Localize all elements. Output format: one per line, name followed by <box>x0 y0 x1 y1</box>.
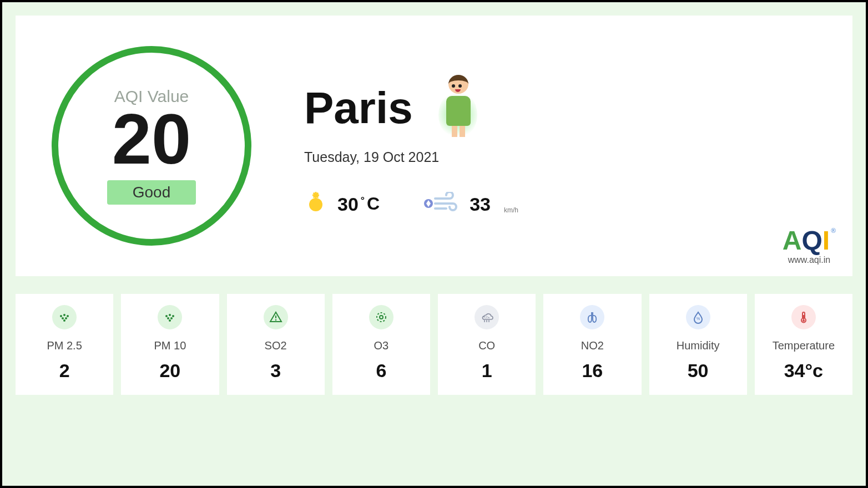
logo-letter-a: A <box>783 227 802 254</box>
svg-text:%: % <box>697 317 700 321</box>
svg-point-2 <box>63 314 65 316</box>
aqi-circle: AQI Value 20 Good <box>52 46 251 246</box>
metric-card-humidity: %Humidity50 <box>649 294 747 395</box>
logo-letter-i: I <box>822 227 830 254</box>
svg-point-11 <box>170 317 173 319</box>
metric-value: 3 <box>270 360 281 382</box>
brand-logo: A Q I ® <box>783 227 836 254</box>
date-text: Tuesday, 19 Oct 2021 <box>304 149 836 165</box>
weather-row: 30 ° C 33 km/h <box>304 192 836 217</box>
svg-point-15 <box>377 313 386 322</box>
aqi-value: 20 <box>112 100 191 179</box>
svg-point-1 <box>60 315 62 317</box>
co2-icon: CO₂ <box>475 305 499 329</box>
lungs-icon <box>580 305 604 329</box>
metric-card-o3: O36 <box>332 294 430 395</box>
temp-degree: ° <box>361 195 365 206</box>
svg-point-22 <box>803 319 805 322</box>
svg-point-5 <box>65 317 67 319</box>
metric-value: 34°c <box>784 360 823 382</box>
metric-value: 1 <box>482 360 492 382</box>
metric-label: PM 2.5 <box>47 339 82 352</box>
svg-point-6 <box>63 319 65 322</box>
svg-point-9 <box>172 315 174 317</box>
info-block: Paris Tuesday, 19 Oct 2021 <box>287 75 836 217</box>
svg-point-3 <box>67 315 69 317</box>
city-name: Paris <box>304 83 413 134</box>
mascot-icon <box>433 75 483 141</box>
metric-card-so2: SO23 <box>227 294 325 395</box>
logo-registered: ® <box>831 227 836 234</box>
metric-value: 2 <box>59 360 70 382</box>
metric-card-pm10: PM 1020 <box>121 294 219 395</box>
thermo-icon <box>791 305 816 329</box>
wind-value: 33 <box>470 194 491 215</box>
drop-icon: % <box>686 305 710 329</box>
warn-icon <box>264 305 288 329</box>
svg-point-14 <box>275 319 276 321</box>
temperature-display: 30 ° C <box>337 194 380 215</box>
svg-point-10 <box>167 317 169 319</box>
metric-label: PM 10 <box>154 339 186 352</box>
metric-card-no2: NO216 <box>543 294 641 395</box>
svg-point-7 <box>165 315 168 317</box>
ozone-icon <box>369 305 393 329</box>
metric-label: NO2 <box>581 339 604 352</box>
particles-icon <box>52 305 77 329</box>
metric-value: 50 <box>688 360 709 382</box>
svg-text:CO₂: CO₂ <box>484 316 489 319</box>
metric-label: SO2 <box>265 339 287 352</box>
brand-block: A Q I ® www.aqi.in <box>783 227 836 265</box>
metrics-row: PM 2.52PM 1020SO23O36CO₂CO1NO216%Humidit… <box>16 294 852 395</box>
metric-value: 20 <box>159 360 180 382</box>
main-card: AQI Value 20 Good Paris Tuesday, 19 Oct … <box>16 16 852 276</box>
aqi-rating-badge: Good <box>107 180 196 205</box>
metric-label: O3 <box>374 339 389 352</box>
svg-point-8 <box>169 314 171 316</box>
svg-point-4 <box>62 317 64 319</box>
city-row: Paris <box>304 75 836 141</box>
aqi-gauge: AQI Value 20 Good <box>49 43 254 248</box>
metric-value: 6 <box>376 360 386 382</box>
particles-icon <box>158 305 182 329</box>
wind-icon <box>423 192 457 217</box>
metric-label: Humidity <box>677 339 720 352</box>
svg-point-12 <box>169 319 171 322</box>
metric-label: Temperature <box>773 339 835 352</box>
sun-icon <box>304 193 327 216</box>
logo-letter-q: Q <box>801 227 822 254</box>
metric-card-temperature: Temperature34°c <box>755 294 852 395</box>
temp-unit: C <box>367 194 380 214</box>
metric-card-co: CO₂CO1 <box>438 294 536 395</box>
metric-card-pm25: PM 2.52 <box>16 294 113 395</box>
wind-unit: km/h <box>504 206 518 217</box>
temp-value: 30 <box>337 194 359 215</box>
metric-label: CO <box>478 339 495 352</box>
dashboard-frame: AQI Value 20 Good Paris Tuesday, 19 Oct … <box>0 0 868 488</box>
brand-site: www.aqi.in <box>783 255 836 265</box>
metric-value: 16 <box>582 360 603 382</box>
svg-point-16 <box>380 316 383 319</box>
